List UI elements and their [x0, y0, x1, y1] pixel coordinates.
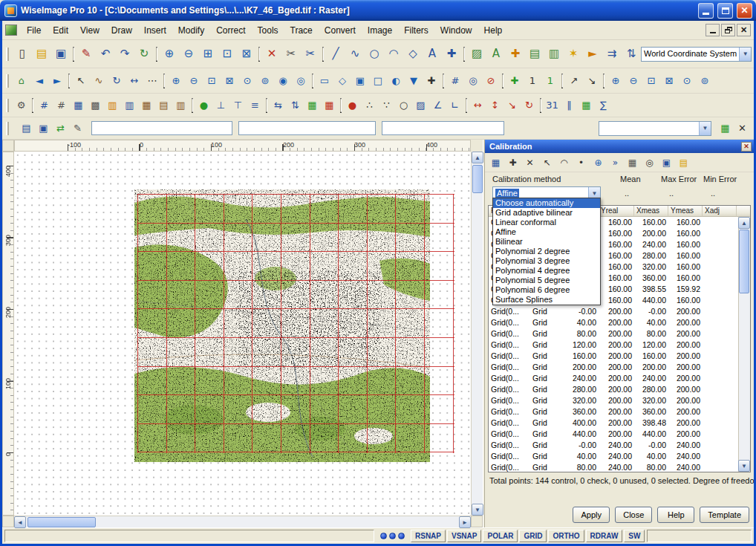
cursor-se[interactable]: ↘ — [583, 72, 601, 89]
zoom-extents-tool[interactable]: ⊠ — [221, 72, 238, 89]
menu-draw[interactable]: Draw — [105, 23, 138, 38]
coordinate-system-combo[interactable]: World Coordinate System ▼ — [641, 47, 752, 62]
add-entity[interactable]: ✚ — [506, 45, 525, 64]
table-row[interactable]: Grid(0...Grid360.00200.00360.00200.00 — [489, 406, 738, 417]
mdi-close-button[interactable]: ✕ — [737, 24, 751, 36]
zoom-object[interactable]: ⊙ — [238, 72, 256, 89]
dropdown-item[interactable]: Linear conformal — [493, 218, 600, 227]
zoom-raster-in[interactable]: ⊕ — [607, 72, 625, 89]
invert-selection[interactable]: ◐ — [387, 72, 405, 89]
dropdown-item[interactable]: Polynomial 3 degree — [493, 256, 600, 266]
redline-pen[interactable]: ✎ — [76, 45, 96, 64]
documents[interactable]: ▣ — [35, 120, 52, 137]
canvas-horizontal-scrollbar[interactable]: ◄ ► — [14, 516, 471, 527]
select-rectangle[interactable]: ▭ — [316, 72, 333, 89]
marker-green[interactable]: ● — [195, 97, 212, 114]
table-row[interactable]: Grid(0...Grid280.00200.00280.00200.00 — [489, 384, 738, 395]
table-row[interactable]: Grid(0...Grid40.00240.0040.00240.00 — [489, 451, 738, 462]
apply-button[interactable]: Apply — [573, 507, 610, 523]
toolbar-grip[interactable] — [6, 122, 9, 135]
scroll-left-icon[interactable]: ◄ — [14, 516, 26, 528]
menu-filters[interactable]: Filters — [398, 23, 434, 38]
zoom-out-tool[interactable]: ⊖ — [185, 72, 203, 89]
zoom-window-tool[interactable]: ⊡ — [203, 72, 221, 89]
table-header-cell[interactable]: Xmeas — [634, 206, 668, 217]
menu-tools[interactable]: Tools — [252, 23, 284, 38]
next-point[interactable]: » — [607, 155, 623, 170]
database-export[interactable]: ▥ — [104, 97, 121, 114]
table-row[interactable]: Grid(0...Grid-0.00200.00-0.00200.00 — [489, 306, 738, 317]
point-dot[interactable]: • — [573, 155, 589, 170]
annotate[interactable]: ✎ — [69, 120, 86, 137]
cut[interactable]: ✂ — [281, 45, 301, 64]
zoom-out[interactable]: ⊖ — [179, 45, 198, 64]
statistics[interactable]: ∑ — [595, 97, 612, 114]
grid-view[interactable]: ▦ — [70, 97, 87, 114]
draw-circle[interactable]: ○ — [365, 45, 384, 64]
more-view-tools[interactable]: ⋯ — [143, 72, 161, 89]
table-row[interactable]: Grid(0...Grid440.00200.00440.00200.00 — [489, 429, 738, 440]
table-a[interactable]: ▦ — [138, 97, 155, 114]
rotate-view[interactable]: ↻ — [108, 72, 126, 89]
delete-object[interactable]: ✕ — [262, 45, 281, 64]
zoom-extents[interactable]: ⊠ — [237, 45, 256, 64]
pick-first-green[interactable]: 1 — [541, 72, 559, 89]
grid-remove[interactable]: ▦ — [321, 97, 338, 114]
zoom-actual[interactable]: ⊞ — [198, 45, 218, 64]
title-bar[interactable]: WiseImage Pro 10 - [C:\Documents and Set… — [0, 0, 756, 21]
draw-text[interactable]: A — [423, 45, 442, 64]
zoom-in[interactable]: ⊕ — [160, 45, 179, 64]
crop[interactable]: ✂ — [301, 45, 320, 64]
menu-view[interactable]: View — [74, 23, 105, 38]
toggle-sw[interactable]: SW — [624, 530, 645, 542]
settings[interactable]: ⚙ — [13, 97, 30, 114]
dropdown-item[interactable]: Affine — [493, 227, 600, 237]
selection-filter[interactable]: ▼ — [405, 72, 423, 89]
zoom-raster-all[interactable]: ⊚ — [696, 72, 714, 89]
toggle-rdraw[interactable]: RDRAW — [586, 530, 623, 542]
node-points[interactable]: ∵ — [378, 97, 395, 114]
open-file[interactable]: ▤ — [32, 45, 51, 64]
snap-grid-b[interactable]: # — [53, 97, 70, 114]
close-button[interactable]: Close — [615, 507, 652, 523]
layers[interactable]: ▤ — [18, 120, 35, 137]
template-button[interactable]: Template — [700, 507, 749, 523]
pick-add[interactable]: ✚ — [423, 72, 440, 89]
zoom-selected[interactable]: ◉ — [274, 72, 292, 89]
scroll-right-icon[interactable]: ► — [459, 516, 471, 528]
redo[interactable]: ↷ — [115, 45, 134, 64]
table-header-cell[interactable]: Yreal — [599, 206, 634, 217]
table-row[interactable]: Grid(0...Grid400.00200.00398.48200.00 — [489, 417, 738, 429]
lasso-select[interactable]: ∿ — [90, 72, 108, 89]
table-b[interactable]: ▤ — [155, 97, 172, 114]
select-polygon[interactable]: ◇ — [333, 72, 351, 89]
refresh-link[interactable]: ⇄ — [52, 120, 69, 137]
scroll-thumb[interactable] — [739, 230, 749, 293]
dropdown-item[interactable]: Bilinear — [493, 237, 600, 247]
align-top[interactable]: ⊤ — [229, 97, 247, 114]
toggle-rsnap[interactable]: RSNAP — [411, 530, 446, 542]
scale-object[interactable]: ↘ — [504, 97, 521, 114]
raster-canvas[interactable] — [14, 152, 471, 516]
menu-window[interactable]: Window — [434, 23, 478, 38]
add-point[interactable]: ✚ — [505, 155, 521, 170]
table-row[interactable]: Grid(0...Grid320.00200.00320.00200.00 — [489, 395, 738, 406]
calibration-panel-titlebar[interactable]: Calibration ✕ — [485, 140, 754, 153]
move-point[interactable]: ↖ — [539, 155, 555, 170]
table-header-cell[interactable]: Xadj — [703, 206, 737, 217]
pick-first[interactable]: 1 — [524, 72, 541, 89]
dropdown-item[interactable]: Polynomial 6 degree — [493, 285, 600, 295]
scroll-thumb[interactable] — [27, 517, 96, 527]
load-points[interactable]: ▤ — [676, 155, 691, 170]
add-vertex[interactable]: ✚ — [506, 72, 524, 89]
find-point[interactable]: ◎ — [642, 155, 657, 170]
zoom-raster-window[interactable]: ⊡ — [642, 72, 660, 89]
menu-convert[interactable]: Convert — [319, 23, 362, 38]
select-all[interactable]: ▣ — [351, 72, 369, 89]
grid-add[interactable]: ▦ — [304, 97, 321, 114]
scatter-points[interactable]: ∴ — [361, 97, 378, 114]
close-button[interactable]: ✕ — [737, 3, 752, 19]
view-next[interactable]: ► — [48, 72, 66, 89]
zoom-raster-out[interactable]: ⊖ — [625, 72, 642, 89]
right-angle[interactable]: ∟ — [446, 97, 463, 114]
